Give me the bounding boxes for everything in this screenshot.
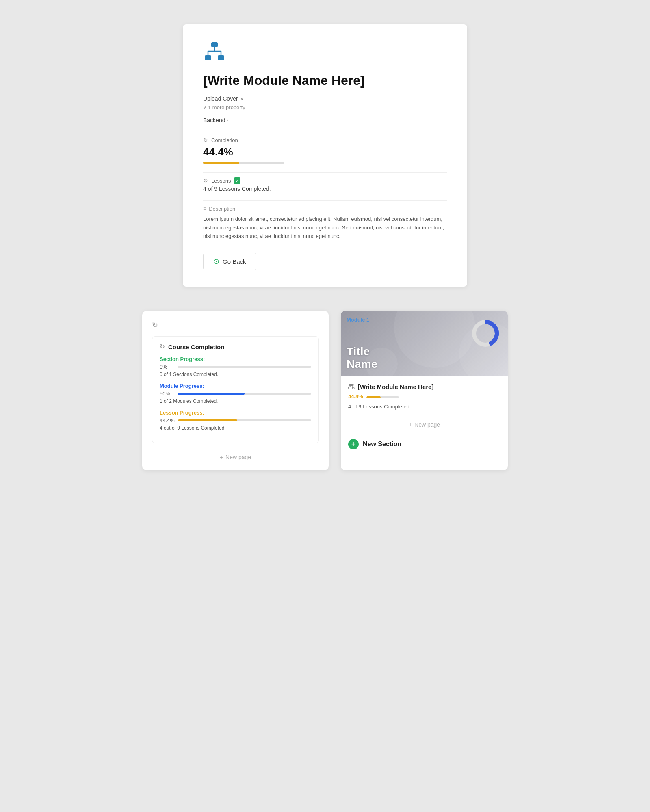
lesson-progress-label: Lesson Progress:: [160, 410, 311, 416]
module-number-label: Module 1: [347, 317, 369, 323]
svg-rect-0: [211, 42, 218, 47]
divider-3: [203, 200, 447, 201]
section-progress-row: 0%: [160, 364, 311, 370]
module-cover: Module 1 Title Name: [341, 311, 508, 376]
cc-refresh-icon: ↻: [160, 343, 165, 350]
module-mini-fill: [178, 393, 245, 395]
completion-section-header: ↻ Completion: [203, 137, 447, 143]
right-module-progress-row: 44.4%: [348, 393, 500, 401]
lines-icon: ≡: [203, 205, 206, 212]
description-section-header: ≡ Description: [203, 205, 447, 212]
right-new-page-label: New page: [414, 421, 440, 428]
right-module-lessons-text: 4 of 9 Lessons Completed.: [348, 404, 500, 410]
right-card: Module 1 Title Name: [341, 311, 508, 470]
card-top-refresh-icon: ↻: [152, 321, 319, 330]
completion-label: Completion: [211, 137, 238, 143]
svg-rect-2: [218, 55, 224, 60]
lesson-mini-fill: [178, 419, 237, 421]
people-icon: [348, 383, 355, 390]
module-name-row: [Write Module Name Here]: [348, 383, 500, 390]
donut-chart: [471, 319, 500, 349]
logo-icon: [203, 41, 447, 65]
lesson-pct: 44.4%: [160, 417, 175, 423]
new-section-label: New Section: [363, 441, 401, 448]
module-detail-card: [Write Module Name Here] Upload Cover ∨ …: [183, 24, 467, 287]
section-pct: 0%: [160, 364, 174, 370]
new-section-button[interactable]: + New Section: [341, 432, 508, 456]
lessons-section-header: ↻ Lessons ✓: [203, 177, 447, 184]
left-new-page-label: New page: [225, 454, 251, 460]
section-mini-bar: [178, 366, 311, 368]
course-completion-title: ↻ Course Completion: [160, 343, 311, 350]
module-completed-text: 1 of 2 Modules Completed.: [160, 398, 311, 404]
lessons-completed-text: 4 of 9 Lessons Completed.: [203, 186, 447, 192]
more-property-label: 1 more property: [208, 104, 245, 110]
right-module-pct: 44.4%: [348, 393, 363, 400]
go-back-button[interactable]: ⊙ Go Back: [203, 253, 256, 270]
upload-cover-row[interactable]: Upload Cover ∨: [203, 95, 447, 102]
lessons-label: Lessons: [211, 178, 231, 184]
module-progress-row: 50%: [160, 391, 311, 397]
go-back-label: Go Back: [223, 258, 246, 265]
lesson-progress-row: 44.4%: [160, 417, 311, 423]
course-completion-box: ↻ Course Completion Section Progress: 0%…: [152, 336, 319, 443]
module-title-overlay: Title Name: [347, 346, 377, 371]
right-module-mini-fill: [366, 396, 381, 398]
right-new-page-button[interactable]: + New page: [348, 417, 500, 432]
chevron-down-icon: ∨: [240, 97, 243, 101]
refresh-icon-2: ↻: [203, 177, 208, 184]
svg-rect-1: [205, 55, 211, 60]
more-property-row[interactable]: ∨ 1 more property: [203, 104, 447, 110]
module-progress-label: Module Progress:: [160, 383, 311, 389]
right-plus-icon: +: [409, 421, 412, 428]
left-card: ↻ ↻ Course Completion Section Progress: …: [142, 311, 329, 470]
upload-cover-label: Upload Cover: [203, 95, 238, 102]
lesson-completed-text: 4 out of 9 Lessons Completed.: [160, 425, 311, 431]
section-progress-label: Section Progress:: [160, 356, 311, 362]
breadcrumb[interactable]: Backend ›: [203, 117, 447, 123]
module-mini-bar: [178, 393, 311, 395]
module-title: [Write Module Name Here]: [203, 73, 447, 88]
chevron-down-small-icon: ∨: [203, 105, 206, 110]
refresh-icon: ↻: [203, 137, 208, 143]
right-card-body: [Write Module Name Here] 44.4% 4 of 9 Le…: [341, 376, 508, 432]
completion-progress-bar: [203, 162, 284, 164]
chevron-right-icon: ›: [227, 118, 228, 123]
description-label: Description: [209, 206, 235, 212]
go-back-icon: ⊙: [213, 257, 219, 266]
divider-1: [203, 132, 447, 132]
left-new-page-button[interactable]: + New page: [152, 450, 319, 460]
cc-title-text: Course Completion: [168, 343, 224, 350]
lessons-check-badge: ✓: [234, 177, 240, 184]
left-plus-icon: +: [220, 454, 223, 460]
bottom-section: ↻ ↻ Course Completion Section Progress: …: [142, 311, 508, 470]
completion-progress-fill: [203, 162, 239, 164]
divider-2: [203, 172, 447, 173]
section-completed-text: 0 of 1 Sections Completed.: [160, 371, 311, 377]
svg-point-11: [351, 384, 354, 386]
new-section-plus-icon: +: [348, 439, 359, 449]
lesson-mini-bar: [178, 419, 311, 421]
module-name-text: [Write Module Name Here]: [358, 383, 433, 390]
breadcrumb-label: Backend: [203, 117, 225, 123]
description-text: Lorem ipsum dolor sit amet, consectetur …: [203, 215, 447, 240]
completion-value: 44.4%: [203, 146, 447, 158]
right-divider-1: [348, 414, 500, 414]
right-module-mini-bar: [366, 396, 399, 398]
module-pct: 50%: [160, 391, 174, 397]
